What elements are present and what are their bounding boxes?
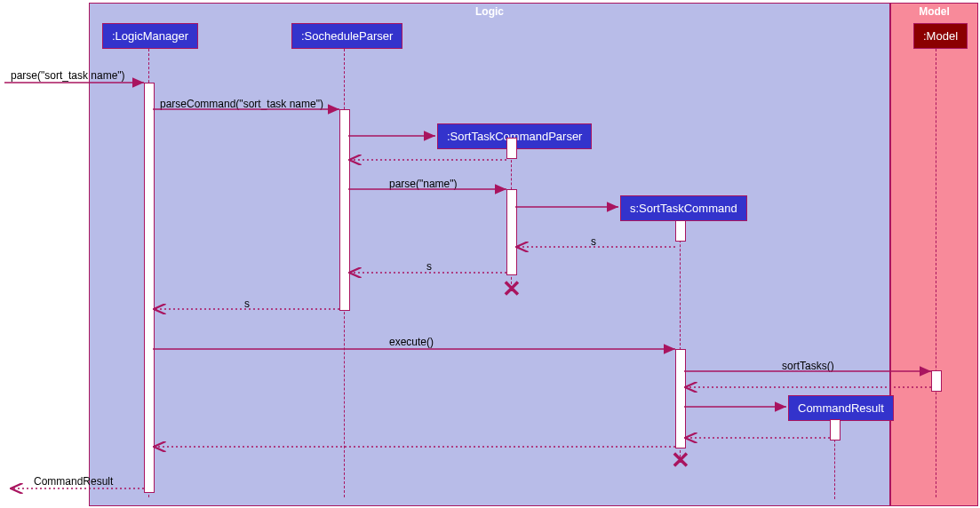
sequence-diagram: Logic Model :LogicManager :SochedulePars… <box>0 0 980 508</box>
region-logic: Logic <box>89 3 890 506</box>
destroy-sort-task-cmd-parser: ✕ <box>502 280 520 298</box>
region-model-title: Model <box>891 5 977 18</box>
msg-parse-name: parse("name") <box>389 178 458 190</box>
activation-model <box>931 370 942 392</box>
msg-return-s-2: s <box>426 260 432 273</box>
activation-logic-manager <box>144 83 155 493</box>
participant-logic-manager: :LogicManager <box>102 23 198 49</box>
activation-sort-task-command-2 <box>675 349 686 448</box>
lifeline-model <box>936 49 936 497</box>
msg-parse-command: parseCommand("sort_task name") <box>160 98 323 110</box>
activation-sochedule-parser <box>339 109 350 311</box>
activation-command-result <box>830 419 841 441</box>
msg-return-command-result: CommandResult <box>34 475 113 488</box>
activation-sort-task-cmd-parser-1 <box>506 138 517 159</box>
region-model: Model <box>890 3 978 506</box>
msg-return-s-1: s <box>591 235 596 248</box>
destroy-sort-task-command: ✕ <box>671 451 689 469</box>
participant-command-result: CommandResult <box>788 395 894 421</box>
region-logic-title: Logic <box>90 5 889 18</box>
msg-execute: execute() <box>389 336 434 348</box>
msg-sort-tasks: sortTasks() <box>782 360 834 372</box>
msg-return-s-3: s <box>244 298 250 310</box>
msg-parse-sort-task-name: parse("sort_task name") <box>11 69 125 82</box>
participant-model: :Model <box>913 23 968 49</box>
participant-sochedule-parser: :SocheduleParser <box>291 23 402 49</box>
activation-sort-task-cmd-parser-2 <box>506 189 517 275</box>
participant-sort-task-command: s:SortTaskCommand <box>620 195 747 221</box>
activation-sort-task-command-1 <box>675 220 686 242</box>
